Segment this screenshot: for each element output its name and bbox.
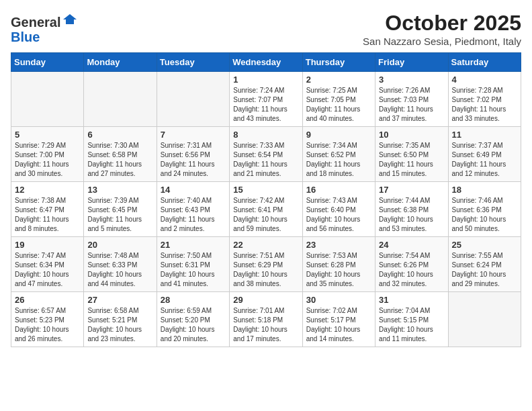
day-number: 19 [15, 240, 80, 250]
day-info: Sunrise: 6:59 AM Sunset: 5:20 PM Dayligh… [161, 306, 226, 344]
day-info: Sunrise: 7:50 AM Sunset: 6:31 PM Dayligh… [161, 251, 226, 289]
calendar-header-saturday: Saturday [448, 53, 521, 72]
day-number: 7 [161, 130, 226, 140]
day-info: Sunrise: 7:26 AM Sunset: 7:03 PM Dayligh… [379, 86, 444, 124]
calendar-table: SundayMondayTuesdayWednesdayThursdayFrid… [11, 52, 521, 347]
logo: General Blue [11, 11, 78, 44]
month-title: October 2025 [363, 11, 521, 36]
day-info: Sunrise: 7:28 AM Sunset: 7:02 PM Dayligh… [452, 86, 517, 124]
day-info: Sunrise: 7:53 AM Sunset: 6:28 PM Dayligh… [306, 251, 371, 289]
svg-marker-0 [63, 14, 77, 24]
day-info: Sunrise: 7:40 AM Sunset: 6:43 PM Dayligh… [161, 196, 226, 234]
day-number: 29 [233, 295, 298, 305]
day-number: 24 [379, 240, 444, 250]
day-number: 8 [233, 130, 298, 140]
calendar-cell: 27Sunrise: 6:58 AM Sunset: 5:21 PM Dayli… [84, 292, 157, 347]
day-info: Sunrise: 7:42 AM Sunset: 6:41 PM Dayligh… [233, 196, 298, 234]
calendar-header-thursday: Thursday [302, 53, 375, 72]
day-info: Sunrise: 7:25 AM Sunset: 7:05 PM Dayligh… [306, 86, 371, 124]
calendar-cell: 10Sunrise: 7:35 AM Sunset: 6:50 PM Dayli… [375, 127, 448, 182]
day-number: 30 [306, 295, 371, 305]
day-info: Sunrise: 6:58 AM Sunset: 5:21 PM Dayligh… [87, 306, 152, 344]
day-number: 20 [87, 240, 152, 250]
calendar-cell: 3Sunrise: 7:26 AM Sunset: 7:03 PM Daylig… [375, 72, 448, 127]
calendar-cell: 9Sunrise: 7:34 AM Sunset: 6:52 PM Daylig… [302, 127, 375, 182]
calendar-header-friday: Friday [375, 53, 448, 72]
calendar-header-sunday: Sunday [11, 53, 84, 72]
day-info: Sunrise: 7:37 AM Sunset: 6:49 PM Dayligh… [452, 141, 517, 179]
calendar-header-wednesday: Wednesday [230, 53, 302, 72]
day-number: 1 [233, 75, 298, 85]
calendar-cell: 16Sunrise: 7:43 AM Sunset: 6:40 PM Dayli… [302, 182, 375, 237]
calendar-cell: 17Sunrise: 7:44 AM Sunset: 6:38 PM Dayli… [375, 182, 448, 237]
day-number: 26 [15, 295, 80, 305]
day-number: 21 [161, 240, 226, 250]
day-info: Sunrise: 7:04 AM Sunset: 5:15 PM Dayligh… [379, 306, 444, 344]
calendar-header-row: SundayMondayTuesdayWednesdayThursdayFrid… [11, 53, 521, 72]
calendar-cell: 15Sunrise: 7:42 AM Sunset: 6:41 PM Dayli… [230, 182, 302, 237]
day-number: 11 [452, 130, 517, 140]
day-number: 16 [306, 185, 371, 195]
calendar-week-row: 19Sunrise: 7:47 AM Sunset: 6:34 PM Dayli… [11, 237, 521, 292]
day-number: 23 [306, 240, 371, 250]
logo-blue-text: Blue [11, 30, 40, 44]
day-number: 15 [233, 185, 298, 195]
calendar-cell: 29Sunrise: 7:01 AM Sunset: 5:18 PM Dayli… [230, 292, 302, 347]
location-title: San Nazzaro Sesia, Piedmont, Italy [363, 36, 521, 47]
day-info: Sunrise: 7:31 AM Sunset: 6:56 PM Dayligh… [161, 141, 226, 179]
calendar-cell: 11Sunrise: 7:37 AM Sunset: 6:49 PM Dayli… [448, 127, 521, 182]
calendar-week-row: 12Sunrise: 7:38 AM Sunset: 6:47 PM Dayli… [11, 182, 521, 237]
day-info: Sunrise: 6:57 AM Sunset: 5:23 PM Dayligh… [15, 306, 80, 344]
day-info: Sunrise: 7:30 AM Sunset: 6:58 PM Dayligh… [87, 141, 152, 179]
calendar-cell [84, 72, 157, 127]
day-number: 9 [306, 130, 371, 140]
day-info: Sunrise: 7:46 AM Sunset: 6:36 PM Dayligh… [452, 196, 517, 234]
day-info: Sunrise: 7:43 AM Sunset: 6:40 PM Dayligh… [306, 196, 371, 234]
logo-icon [62, 11, 78, 27]
calendar-cell: 5Sunrise: 7:29 AM Sunset: 7:00 PM Daylig… [11, 127, 84, 182]
calendar-cell: 18Sunrise: 7:46 AM Sunset: 6:36 PM Dayli… [448, 182, 521, 237]
calendar-cell: 31Sunrise: 7:04 AM Sunset: 5:15 PM Dayli… [375, 292, 448, 347]
day-info: Sunrise: 7:47 AM Sunset: 6:34 PM Dayligh… [15, 251, 80, 289]
calendar-cell: 13Sunrise: 7:39 AM Sunset: 6:45 PM Dayli… [84, 182, 157, 237]
calendar-cell: 19Sunrise: 7:47 AM Sunset: 6:34 PM Dayli… [11, 237, 84, 292]
calendar-cell: 2Sunrise: 7:25 AM Sunset: 7:05 PM Daylig… [302, 72, 375, 127]
day-info: Sunrise: 7:01 AM Sunset: 5:18 PM Dayligh… [233, 306, 298, 344]
day-number: 18 [452, 185, 517, 195]
calendar-cell [11, 72, 84, 127]
day-number: 27 [87, 295, 152, 305]
day-info: Sunrise: 7:51 AM Sunset: 6:29 PM Dayligh… [233, 251, 298, 289]
day-info: Sunrise: 7:35 AM Sunset: 6:50 PM Dayligh… [379, 141, 444, 179]
day-number: 14 [161, 185, 226, 195]
day-number: 6 [87, 130, 152, 140]
day-info: Sunrise: 7:39 AM Sunset: 6:45 PM Dayligh… [87, 196, 152, 234]
page-header: General Blue October 2025 San Nazzaro Se… [11, 11, 521, 47]
calendar-cell: 25Sunrise: 7:55 AM Sunset: 6:24 PM Dayli… [448, 237, 521, 292]
day-number: 17 [379, 185, 444, 195]
calendar-cell: 1Sunrise: 7:24 AM Sunset: 7:07 PM Daylig… [230, 72, 302, 127]
day-number: 25 [452, 240, 517, 250]
calendar-cell [157, 72, 229, 127]
calendar-cell: 12Sunrise: 7:38 AM Sunset: 6:47 PM Dayli… [11, 182, 84, 237]
day-number: 10 [379, 130, 444, 140]
calendar-cell: 7Sunrise: 7:31 AM Sunset: 6:56 PM Daylig… [157, 127, 229, 182]
day-number: 5 [15, 130, 80, 140]
calendar-header-tuesday: Tuesday [157, 53, 229, 72]
calendar-cell: 22Sunrise: 7:51 AM Sunset: 6:29 PM Dayli… [230, 237, 302, 292]
calendar-cell: 26Sunrise: 6:57 AM Sunset: 5:23 PM Dayli… [11, 292, 84, 347]
day-number: 28 [161, 295, 226, 305]
calendar-cell: 4Sunrise: 7:28 AM Sunset: 7:02 PM Daylig… [448, 72, 521, 127]
day-number: 12 [15, 185, 80, 195]
logo-general-text: General [11, 15, 60, 30]
calendar-week-row: 26Sunrise: 6:57 AM Sunset: 5:23 PM Dayli… [11, 292, 521, 347]
day-info: Sunrise: 7:24 AM Sunset: 7:07 PM Dayligh… [233, 86, 298, 124]
day-info: Sunrise: 7:02 AM Sunset: 5:17 PM Dayligh… [306, 306, 371, 344]
calendar-week-row: 1Sunrise: 7:24 AM Sunset: 7:07 PM Daylig… [11, 72, 521, 127]
day-info: Sunrise: 7:44 AM Sunset: 6:38 PM Dayligh… [379, 196, 444, 234]
calendar-cell: 30Sunrise: 7:02 AM Sunset: 5:17 PM Dayli… [302, 292, 375, 347]
title-block: October 2025 San Nazzaro Sesia, Piedmont… [363, 11, 521, 47]
calendar-cell: 28Sunrise: 6:59 AM Sunset: 5:20 PM Dayli… [157, 292, 229, 347]
day-number: 22 [233, 240, 298, 250]
calendar-cell: 8Sunrise: 7:33 AM Sunset: 6:54 PM Daylig… [230, 127, 302, 182]
day-info: Sunrise: 7:38 AM Sunset: 6:47 PM Dayligh… [15, 196, 80, 234]
